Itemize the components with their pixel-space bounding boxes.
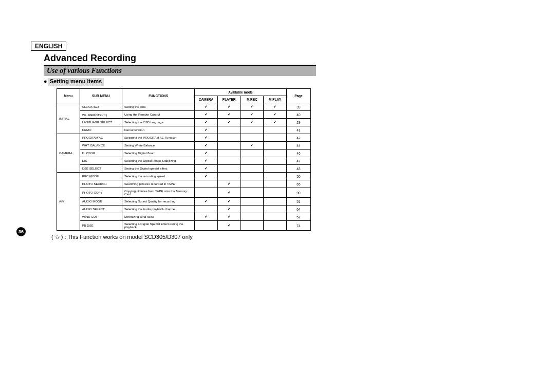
page-cell: 90 (286, 188, 310, 198)
table-row: AUDIO SELECTSelecting the Audio playback… (57, 206, 311, 213)
mode-cell (240, 157, 264, 165)
submenu-cell: DEMO (80, 126, 122, 134)
check-icon: ✔ (250, 120, 253, 124)
check-icon: ✔ (205, 120, 208, 124)
th-player: PLAYER (217, 96, 240, 103)
th-mrec: M.REC (240, 96, 264, 103)
function-cell: Selecting the recording speed (122, 173, 195, 180)
function-cell: Selecting Digital Zoom (122, 150, 195, 157)
mode-cell: ✔ (195, 119, 218, 126)
check-icon: ✔ (228, 182, 231, 185)
mode-cell: ✔ (195, 103, 218, 111)
submenu-cell: DIS (80, 157, 122, 165)
mode-cell (264, 157, 287, 165)
table-row: WIND CUTMinimizing wind noise✔✔52 (57, 213, 311, 221)
mode-cell: ✔ (217, 206, 240, 213)
table-row: PB DSESelecting a Digital Special Effect… (57, 221, 311, 231)
mode-cell (240, 126, 264, 134)
table-row: AUDIO MODESelecting Sound Quality for re… (57, 198, 311, 206)
page-cell: 29 (286, 119, 310, 126)
subtitle: Use of various Functions (44, 66, 316, 76)
page-cell: 40 (286, 111, 310, 119)
mode-cell: ✔ (217, 103, 240, 111)
mode-cell (240, 165, 264, 173)
page-cell: 41 (286, 126, 310, 134)
mode-cell: ✔ (195, 126, 218, 134)
mode-cell: ✔ (217, 180, 240, 188)
page-cell: 74 (286, 221, 310, 231)
table-row: WL. REMOTE (✩)Using the Remote Control✔✔… (57, 111, 311, 119)
check-icon: ✔ (273, 113, 276, 116)
mode-cell: ✔ (240, 111, 264, 119)
mode-cell (217, 165, 240, 173)
check-icon: ✔ (250, 113, 253, 116)
mode-cell (264, 180, 287, 188)
check-icon: ✔ (273, 105, 276, 108)
mode-cell (240, 188, 264, 198)
mode-cell (264, 213, 287, 221)
check-icon: ✔ (228, 191, 231, 194)
mode-cell (240, 134, 264, 142)
mode-cell (195, 206, 218, 213)
mode-cell (240, 198, 264, 206)
submenu-cell: REC MODE (80, 173, 122, 180)
check-icon: ✔ (205, 166, 208, 170)
function-cell: Copying pictures from TAPE onto the Memo… (122, 188, 195, 198)
mode-cell (264, 198, 287, 206)
mode-cell: ✔ (217, 188, 240, 198)
page-title: Advanced Recording (44, 53, 316, 66)
mode-cell (264, 221, 287, 231)
check-icon: ✔ (205, 215, 208, 218)
mode-cell (264, 206, 287, 213)
check-icon: ✔ (205, 199, 208, 203)
check-icon: ✔ (228, 105, 231, 108)
th-functions: FUNCTIONS (122, 89, 195, 103)
page-cell: 42 (286, 134, 310, 142)
mode-cell: ✔ (195, 213, 218, 221)
mode-cell (240, 173, 264, 180)
mode-cell (240, 213, 264, 221)
submenu-cell: WIND CUT (80, 213, 122, 221)
page-number-badge: 36 (16, 227, 26, 236)
mode-cell: ✔ (264, 103, 287, 111)
mode-cell: ✔ (217, 119, 240, 126)
th-available-mode: Available mode (195, 89, 287, 96)
mode-cell: ✔ (217, 198, 240, 206)
menu-cell: CAMERA (57, 134, 80, 173)
check-icon: ✔ (205, 105, 208, 108)
mode-cell (217, 134, 240, 142)
table-row: WHT. BALANCESetting White Balance✔✔44 (57, 142, 311, 150)
check-icon: ✔ (228, 215, 231, 218)
mode-cell (240, 206, 264, 213)
check-icon: ✔ (250, 105, 253, 108)
submenu-cell: WL. REMOTE (✩) (80, 111, 122, 119)
page-cell: 52 (286, 213, 310, 221)
footnote: ( ✩ ) : This Function works on model SCD… (51, 234, 319, 240)
mode-cell: ✔ (217, 213, 240, 221)
check-icon: ✔ (228, 223, 231, 227)
submenu-cell: LANGUAGE SELECT (80, 119, 122, 126)
function-cell: Selecting the PROGRAM AE Function (122, 134, 195, 142)
mode-cell (217, 173, 240, 180)
mode-cell (240, 150, 264, 157)
check-icon: ✔ (205, 159, 208, 162)
submenu-cell: WHT. BALANCE (80, 142, 122, 150)
language-label: ENGLISH (31, 42, 66, 51)
mode-cell (240, 221, 264, 231)
check-icon: ✔ (228, 199, 231, 203)
mode-cell (264, 165, 287, 173)
table-row: PHOTO SEARCHSearching pictures recorded … (57, 180, 311, 188)
check-icon: ✔ (205, 113, 208, 116)
table-row: INITIALCLOCK SETSetting the time✔✔✔✔39 (57, 103, 311, 111)
mode-cell: ✔ (264, 119, 287, 126)
submenu-cell: D. ZOOM (80, 150, 122, 157)
function-cell: Minimizing wind noise (122, 213, 195, 221)
function-cell: Setting the Digital special effect (122, 165, 195, 173)
page-cell: 39 (286, 103, 310, 111)
mode-cell: ✔ (195, 198, 218, 206)
mode-cell: ✔ (240, 119, 264, 126)
mode-cell: ✔ (264, 111, 287, 119)
mode-cell (264, 126, 287, 134)
page-cell: 64 (286, 206, 310, 213)
table-row: DISSelecting the Digital Image Stabilizi… (57, 157, 311, 165)
